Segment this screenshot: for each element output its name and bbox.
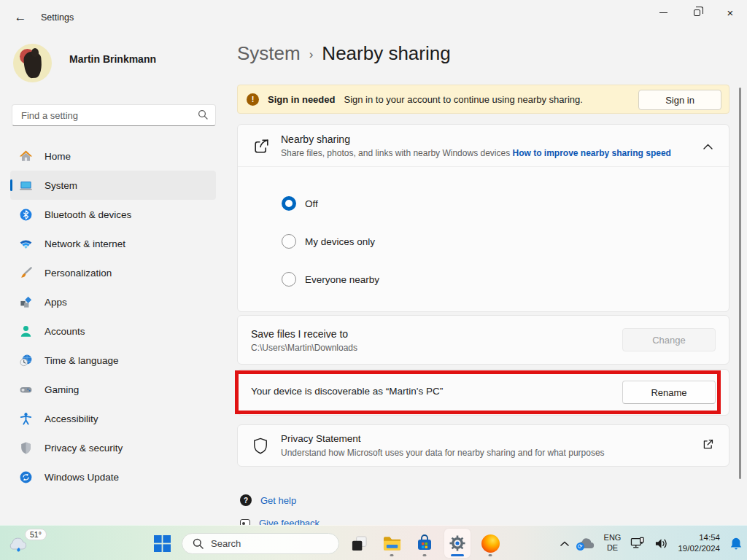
sign-in-button[interactable]: Sign in xyxy=(638,90,721,110)
radio-selected-icon[interactable] xyxy=(282,196,296,211)
user-name: Martin Brinkmann xyxy=(69,53,156,65)
vertical-scrollbar[interactable] xyxy=(739,88,741,479)
firefox-button[interactable] xyxy=(477,529,503,558)
discoverable-text: Your device is discoverable as “Martin's… xyxy=(251,386,443,397)
sidebar-item-apps[interactable]: Apps xyxy=(10,287,216,316)
restore-icon xyxy=(694,9,700,16)
title-bar: ← Settings × xyxy=(0,0,747,35)
shield-outline-icon xyxy=(252,437,268,457)
change-button[interactable]: Change xyxy=(622,328,716,351)
radio-label: My devices only xyxy=(305,236,375,247)
nearby-sharing-header[interactable]: Nearby sharing Share files, photos, and … xyxy=(238,125,729,167)
nearby-sharing-title: Nearby sharing xyxy=(281,133,350,145)
banner-message: Sign in to your account to continue usin… xyxy=(344,94,582,105)
volume-icon[interactable] xyxy=(654,537,668,550)
bluetooth-icon xyxy=(19,208,33,222)
search-icon xyxy=(198,109,208,122)
sidebar-item-label: Gaming xyxy=(44,384,79,395)
search-icon xyxy=(193,538,204,549)
gamepad-icon xyxy=(19,383,33,397)
task-view-button[interactable] xyxy=(346,529,372,558)
radio-label: Off xyxy=(305,198,318,209)
radio-option-my-devices-only[interactable]: My devices only xyxy=(282,233,375,250)
microsoft-store-icon xyxy=(416,534,433,552)
onedrive-icon[interactable]: ⟳ xyxy=(578,538,595,549)
improve-speed-link[interactable]: How to improve nearby sharing speed xyxy=(513,148,671,158)
sidebar-item-privacy-security[interactable]: Privacy & security xyxy=(10,433,216,462)
radio-unselected-icon[interactable] xyxy=(282,234,296,249)
weather-widget[interactable]: 51° xyxy=(7,529,58,558)
task-view-icon xyxy=(351,535,368,552)
sidebar-item-label: Apps xyxy=(44,297,67,308)
minimize-button[interactable] xyxy=(646,0,680,25)
shield-icon xyxy=(19,441,33,455)
running-indicator xyxy=(390,554,394,556)
sidebar-item-personalization[interactable]: Personalization xyxy=(10,258,216,287)
settings-gear-icon xyxy=(449,534,466,552)
update-icon xyxy=(19,470,33,484)
save-files-title: Save files I receive to xyxy=(251,328,348,340)
radio-option-off[interactable]: Off xyxy=(282,195,318,212)
external-link-icon[interactable] xyxy=(702,438,714,453)
sidebar-item-bluetooth-devices[interactable]: Bluetooth & devices xyxy=(10,200,216,229)
minimize-icon xyxy=(659,12,667,13)
privacy-statement-card[interactable]: Privacy Statement Understand how Microso… xyxy=(237,424,729,467)
get-help-icon: ? xyxy=(240,494,252,506)
system-icon xyxy=(19,179,33,192)
active-app-indicator xyxy=(451,554,464,556)
notification-bell-icon[interactable] xyxy=(729,537,743,551)
system-tray: ⟳ ENG DE 14:54 19/02/2024 xyxy=(560,526,743,560)
settings-app-button[interactable] xyxy=(444,529,471,558)
apps-icon xyxy=(19,295,33,309)
time-label: 14:54 xyxy=(699,532,720,543)
date-label: 19/02/2024 xyxy=(678,543,720,554)
sidebar-item-system[interactable]: System xyxy=(10,171,216,200)
sidebar-item-label: Personalization xyxy=(44,268,112,279)
taskbar-search[interactable]: Search xyxy=(182,533,339,554)
close-button[interactable]: × xyxy=(713,0,747,25)
tray-chevron-up-icon[interactable] xyxy=(560,541,569,546)
clock-widget[interactable]: 14:54 19/02/2024 xyxy=(678,532,720,554)
back-button[interactable]: ← xyxy=(10,9,31,26)
sidebar-item-time-language[interactable]: Time & language xyxy=(10,346,216,375)
firefox-icon xyxy=(481,534,500,553)
avatar[interactable] xyxy=(13,44,52,82)
file-explorer-button[interactable] xyxy=(379,529,405,558)
sidebar-search-box[interactable] xyxy=(12,104,216,126)
description-text: Share files, photos, and links with near… xyxy=(281,148,510,158)
find-setting-input[interactable] xyxy=(12,110,198,121)
sidebar-nav: Home System Bluetooth & devices Network … xyxy=(0,141,226,491)
sidebar-item-label: Windows Update xyxy=(44,472,119,483)
language-primary: ENG xyxy=(604,533,622,543)
sidebar-item-gaming[interactable]: Gaming xyxy=(10,375,216,404)
get-help-link[interactable]: ? Get help xyxy=(240,494,296,506)
accessibility-icon xyxy=(19,412,33,426)
nearby-sharing-card: Nearby sharing Share files, photos, and … xyxy=(237,124,729,312)
close-icon: × xyxy=(727,7,734,18)
network-icon[interactable] xyxy=(630,537,645,550)
sidebar-item-label: System xyxy=(44,180,77,191)
rename-button[interactable]: Rename xyxy=(622,381,716,404)
language-indicator[interactable]: ENG DE xyxy=(604,533,622,553)
paintbrush-icon xyxy=(19,266,33,280)
language-secondary: DE xyxy=(607,543,618,553)
sidebar-item-accounts[interactable]: Accounts xyxy=(10,316,216,346)
sidebar-item-network-internet[interactable]: Network & internet xyxy=(10,229,216,258)
radio-unselected-icon[interactable] xyxy=(282,272,296,287)
breadcrumb-system[interactable]: System xyxy=(237,42,301,65)
home-icon xyxy=(19,149,33,163)
sidebar-item-label: Home xyxy=(44,151,71,162)
sidebar-item-windows-update[interactable]: Windows Update xyxy=(10,462,216,491)
sidebar-item-label: Accounts xyxy=(44,326,85,337)
temperature-badge: 51° xyxy=(25,529,47,540)
microsoft-store-button[interactable] xyxy=(411,529,438,558)
main-content: System › Nearby sharing ! Sign in needed… xyxy=(237,35,729,560)
chevron-up-icon[interactable] xyxy=(703,141,713,152)
start-button[interactable] xyxy=(149,529,175,558)
running-indicator xyxy=(489,554,492,556)
privacy-description: Understand how Microsoft uses your data … xyxy=(281,448,605,458)
sidebar-item-home[interactable]: Home xyxy=(10,141,216,171)
sidebar-item-accessibility[interactable]: Accessibility xyxy=(10,404,216,433)
restore-button[interactable] xyxy=(680,0,713,25)
radio-option-everyone-nearby[interactable]: Everyone nearby xyxy=(282,271,379,288)
